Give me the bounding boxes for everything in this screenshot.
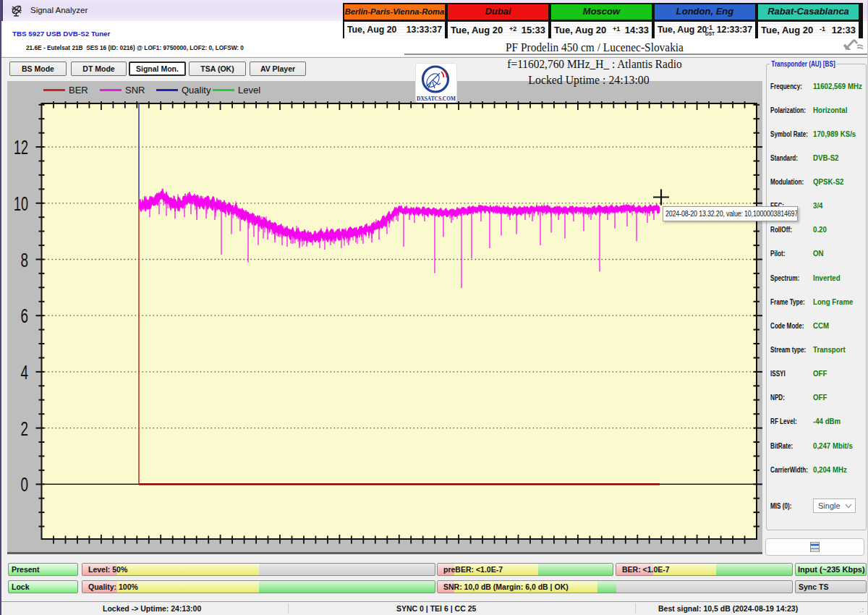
svg-text:0: 0 [21, 474, 29, 496]
svg-text:6: 6 [21, 305, 29, 327]
svg-text:4: 4 [21, 362, 29, 383]
svg-text:8: 8 [21, 250, 29, 271]
svg-text:2: 2 [21, 418, 29, 440]
svg-text:12: 12 [14, 137, 28, 158]
svg-text:10: 10 [14, 193, 28, 215]
svg-text:DXSATCS.COM: DXSATCS.COM [417, 96, 456, 102]
